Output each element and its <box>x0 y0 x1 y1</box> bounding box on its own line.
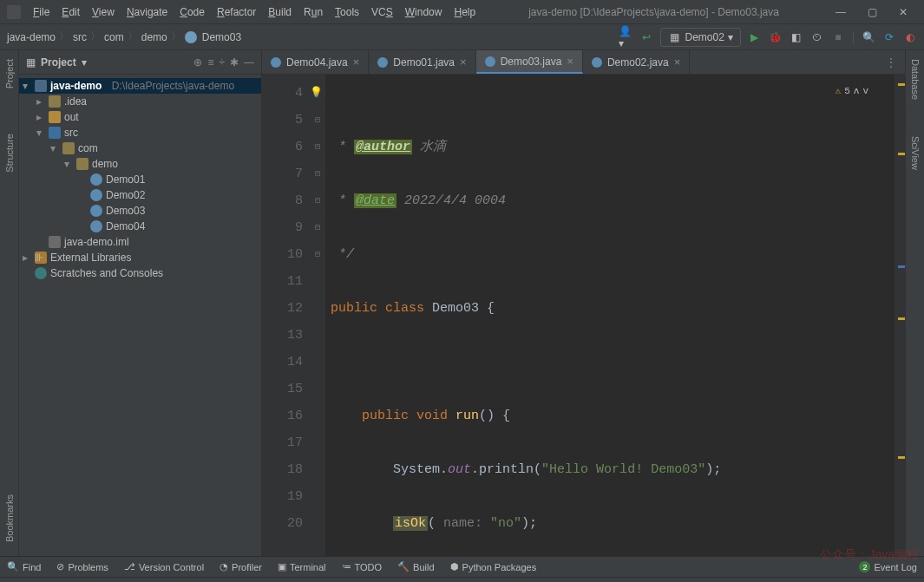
tree-file[interactable]: Demo04 <box>19 219 261 234</box>
source-code[interactable]: ⚠5 ʌ v * @author 水滴 * @date 2022/4/4 000… <box>325 75 895 556</box>
menu-build[interactable]: Build <box>263 3 297 21</box>
crumb[interactable]: Demo03 <box>202 31 241 43</box>
structure-tool-button[interactable]: Structure <box>4 128 15 178</box>
debug-button[interactable]: 🐞 <box>769 30 783 44</box>
menu-vcs[interactable]: VCS <box>366 3 398 21</box>
scratches[interactable]: Scratches and Consoles <box>19 265 261 281</box>
title-bar: File Edit View Navigate Code Refactor Bu… <box>0 0 924 24</box>
bulb-icon[interactable]: 💡 <box>310 80 325 107</box>
bottom-tool-bar: 🔍 Find ⊘ Problems ⎇ Version Control ◔ Pr… <box>0 556 924 577</box>
problems-tool[interactable]: ⊘ Problems <box>56 561 108 572</box>
right-tool-stripe: Database SciView <box>905 50 924 556</box>
settings-icon[interactable]: ✱ <box>230 56 239 69</box>
tree-folder[interactable]: ▸.idea <box>19 94 261 109</box>
crumb[interactable]: java-demo <box>7 31 56 43</box>
editor: Demo04.java× Demo01.java× Demo03.java× D… <box>262 50 905 556</box>
menu-navigate[interactable]: Navigate <box>121 3 173 21</box>
coverage-button[interactable]: ◧ <box>790 30 803 44</box>
menu-tools[interactable]: Tools <box>330 3 364 21</box>
select-opened-icon[interactable]: ⊕ <box>193 56 202 69</box>
todo-tool[interactable]: ≔ TODO <box>342 561 383 572</box>
editor-tab[interactable]: Demo01.java× <box>369 50 475 74</box>
status-bar: ▢ Localized IntelliJ IDEA 2021.3.3 is av… <box>0 577 924 582</box>
profile-button[interactable]: ⏲ <box>810 30 824 44</box>
project-tool-button[interactable]: Project <box>4 54 15 94</box>
database-tool-button[interactable]: Database <box>910 54 921 105</box>
tree-file[interactable]: Demo01 <box>19 172 261 187</box>
external-libraries[interactable]: ▸⊪External Libraries <box>19 250 261 265</box>
menu-help[interactable]: Help <box>449 3 481 21</box>
project-tool-window: ▦Project▾ ⊕ ≡ ÷ ✱ — ▾java-demo D:\IdeaPr… <box>19 50 262 556</box>
crumb[interactable]: src <box>73 31 87 43</box>
sciview-tool-button[interactable]: SciView <box>910 131 921 175</box>
tree-file[interactable]: java-demo.iml <box>19 234 261 250</box>
minimize-button[interactable]: ― <box>827 3 855 21</box>
gutter-icons: 💡⊟⊟⊟⊟⊟⊟ <box>310 75 325 556</box>
code-area[interactable]: 4567891011121314151617181920 💡⊟⊟⊟⊟⊟⊟ ⚠5 … <box>262 75 905 556</box>
breadcrumb: java-demo〉 src〉 com〉 demo〉 Demo03 <box>7 29 241 44</box>
editor-tab[interactable]: Demo04.java× <box>262 50 369 74</box>
collapse-all-icon[interactable]: ÷ <box>219 56 225 69</box>
python-tool[interactable]: ⬢ Python Packages <box>450 561 537 572</box>
editor-tabs: Demo04.java× Demo01.java× Demo03.java× D… <box>262 50 905 75</box>
class-icon <box>185 31 197 43</box>
tree-folder[interactable]: ▾demo <box>19 156 261 172</box>
sync-button[interactable]: ⟳ <box>882 30 896 44</box>
bookmarks-tool-button[interactable]: Bookmarks <box>4 489 15 547</box>
tree-folder[interactable]: ▾com <box>19 141 261 156</box>
tree-file[interactable]: Demo03 <box>19 203 261 219</box>
hide-icon[interactable]: — <box>244 56 254 69</box>
inspection-badge[interactable]: ⚠5 ʌ v <box>836 78 868 105</box>
tree-folder[interactable]: ▾src <box>19 125 261 141</box>
menu-view[interactable]: View <box>87 3 120 21</box>
crumb[interactable]: com <box>104 31 124 43</box>
terminal-tool[interactable]: ▣ Terminal <box>278 561 326 572</box>
left-tool-stripe: Project Structure Bookmarks <box>0 50 19 556</box>
build-tool[interactable]: 🔨 Build <box>397 561 434 572</box>
menu-code[interactable]: Code <box>174 3 210 21</box>
run-config-selector[interactable]: ▦Demo02 ▾ <box>660 28 741 47</box>
expand-all-icon[interactable]: ≡ <box>207 56 213 69</box>
menu-run[interactable]: Run <box>298 3 328 21</box>
close-button[interactable]: ✕ <box>889 3 917 21</box>
tree-file[interactable]: Demo02 <box>19 187 261 203</box>
tree-folder[interactable]: ▸out <box>19 109 261 125</box>
user-icon[interactable]: 👤▾ <box>619 30 632 44</box>
find-tool[interactable]: 🔍 Find <box>7 561 41 572</box>
stop-button[interactable]: ■ <box>831 30 845 44</box>
tree-title: Project <box>41 56 76 69</box>
crumb[interactable]: demo <box>141 31 167 43</box>
project-tree[interactable]: ▾java-demo D:\IdeaProjects\java-demo ▸.i… <box>19 75 261 556</box>
back-icon[interactable]: ↩ <box>639 30 653 44</box>
run-button[interactable]: ▶ <box>748 30 762 44</box>
navigation-bar: java-demo〉 src〉 com〉 demo〉 Demo03 👤▾ ↩ ▦… <box>0 24 924 50</box>
menu-file[interactable]: File <box>28 3 55 21</box>
search-button[interactable]: 🔍 <box>862 30 875 44</box>
app-icon <box>7 5 21 19</box>
vcs-tool[interactable]: ⎇ Version Control <box>124 561 204 572</box>
line-numbers: 4567891011121314151617181920 <box>262 75 310 556</box>
menu-window[interactable]: Window <box>400 3 448 21</box>
main-menu: File Edit View Navigate Code Refactor Bu… <box>28 3 481 21</box>
editor-tab[interactable]: Demo02.java× <box>583 50 690 74</box>
editor-tab[interactable]: Demo03.java× <box>476 50 583 74</box>
profiler-tool[interactable]: ◔ Profiler <box>220 561 262 572</box>
maximize-button[interactable]: ▢ <box>858 3 886 21</box>
window-title: java-demo [D:\IdeaProjects\java-demo] - … <box>481 6 827 18</box>
event-log-button[interactable]: 2Event Log <box>859 561 917 572</box>
tree-root[interactable]: ▾java-demo D:\IdeaProjects\java-demo <box>19 78 261 94</box>
tab-menu-icon[interactable]: ⋮ <box>877 50 905 74</box>
menu-refactor[interactable]: Refactor <box>212 3 261 21</box>
ide-button[interactable]: ◐ <box>903 30 917 44</box>
menu-edit[interactable]: Edit <box>56 3 85 21</box>
error-stripe[interactable] <box>895 75 905 556</box>
